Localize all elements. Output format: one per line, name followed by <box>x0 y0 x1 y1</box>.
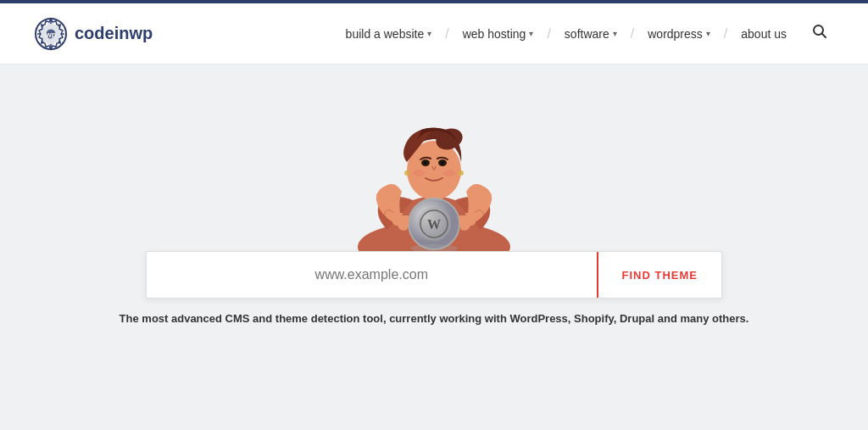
url-search-input[interactable] <box>147 252 597 298</box>
logo-link[interactable]: wp codeinwp <box>34 17 153 51</box>
nav-separator-4: / <box>724 26 727 42</box>
search-button[interactable] <box>805 17 834 50</box>
chevron-down-icon: ▾ <box>706 29 710 38</box>
search-container: FIND THEME <box>146 251 722 299</box>
chevron-down-icon: ▾ <box>529 29 533 38</box>
main-nav: build a website ▾ / web hosting ▾ / soft… <box>337 17 834 50</box>
subtitle-text: The most advanced CMS and theme detectio… <box>120 312 749 325</box>
header: wp codeinwp build a website ▾ / web host… <box>0 3 868 64</box>
svg-point-12 <box>441 161 444 165</box>
main-content: W FIND THEME The most advanced CMS and t… <box>0 64 868 430</box>
logo-icon: wp <box>34 17 68 51</box>
svg-point-13 <box>413 170 425 176</box>
svg-point-15 <box>404 170 409 176</box>
svg-line-4 <box>822 34 826 38</box>
fortune-teller-illustration: W <box>341 81 527 260</box>
logo-text: codeinwp <box>75 24 153 43</box>
nav-item-software[interactable]: software ▾ <box>556 20 626 47</box>
svg-point-11 <box>424 161 427 165</box>
svg-point-16 <box>459 170 464 176</box>
find-theme-button[interactable]: FIND THEME <box>597 252 721 298</box>
nav-separator-1: / <box>445 26 448 42</box>
nav-item-web-hosting[interactable]: web hosting ▾ <box>454 20 542 47</box>
svg-text:wp: wp <box>45 31 57 39</box>
nav-separator-3: / <box>631 26 634 42</box>
svg-text:W: W <box>427 217 441 232</box>
search-icon <box>812 24 827 39</box>
nav-item-wordpress[interactable]: wordpress ▾ <box>639 20 719 47</box>
chevron-down-icon: ▾ <box>613 29 617 38</box>
nav-item-about-us[interactable]: about us <box>732 20 795 47</box>
nav-separator-2: / <box>547 26 550 42</box>
nav-item-build-website[interactable]: build a website ▾ <box>337 20 441 47</box>
chevron-down-icon: ▾ <box>427 29 431 38</box>
svg-point-14 <box>443 170 455 176</box>
